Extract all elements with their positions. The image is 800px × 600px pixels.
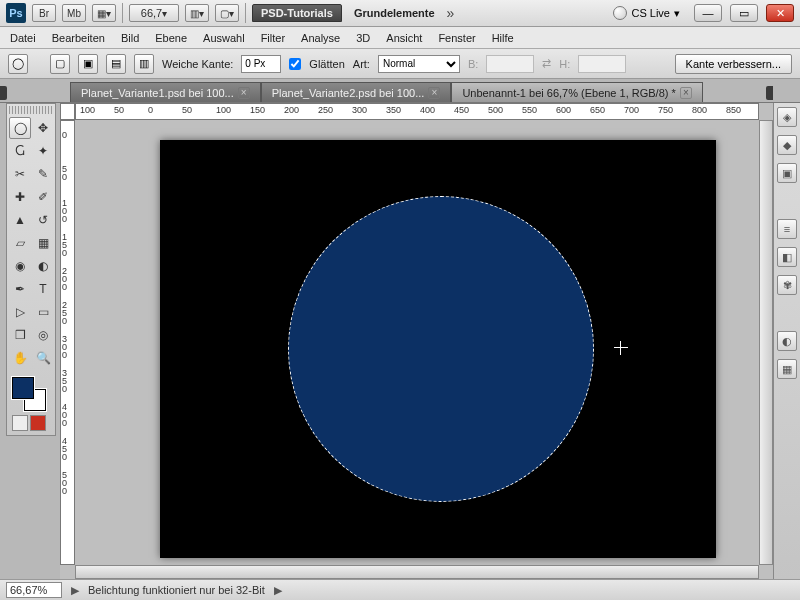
masks-panel-icon[interactable]: ◧ — [777, 247, 797, 267]
type-tool[interactable]: T — [32, 278, 54, 300]
shape-tool[interactable]: ▭ — [32, 301, 54, 323]
close-icon[interactable]: × — [680, 87, 692, 99]
bridge-button[interactable]: Br — [32, 4, 56, 22]
paths-panel-icon[interactable]: ▣ — [777, 163, 797, 183]
maximize-button[interactable]: ▭ — [730, 4, 758, 22]
3d-tool[interactable]: ❒ — [9, 324, 31, 346]
menu-auswahl[interactable]: Auswahl — [203, 32, 245, 44]
menu-bild[interactable]: Bild — [121, 32, 139, 44]
gradient-tool[interactable]: ▦ — [32, 232, 54, 254]
right-dock: ◈ ◆ ▣ ≡ ◧ ✾ ◐ ▦ — [773, 103, 800, 579]
document-tabs: Planet_Variante1.psd bei 100...× Planet_… — [0, 79, 800, 103]
cslive-button[interactable]: CS Live ▾ — [613, 6, 680, 20]
menu-analyse[interactable]: Analyse — [301, 32, 340, 44]
zoom-value: 66,7 — [141, 7, 162, 19]
3d-camera-tool[interactable]: ◎ — [32, 324, 54, 346]
screenmode-button[interactable]: ▢▾ — [215, 4, 239, 22]
style-select[interactable]: Normal — [378, 55, 460, 73]
horizontal-scrollbar[interactable] — [75, 565, 759, 579]
zoom-tool[interactable]: 🔍 — [32, 347, 54, 369]
hand-tool[interactable]: ✋ — [9, 347, 31, 369]
minimize-button[interactable]: — — [694, 4, 722, 22]
menu-bearbeiten[interactable]: Bearbeiten — [52, 32, 105, 44]
brush-tool[interactable]: ✐ — [32, 186, 54, 208]
quickmask-row — [9, 413, 54, 433]
zoom-field[interactable]: 66,67% — [6, 582, 62, 598]
close-button[interactable]: ✕ — [766, 4, 794, 22]
antialias-checkbox[interactable] — [289, 58, 301, 70]
arrange-button[interactable]: ▥▾ — [185, 4, 209, 22]
stamp-tool[interactable]: ▲ — [9, 209, 31, 231]
menu-3d[interactable]: 3D — [356, 32, 370, 44]
height-field — [578, 55, 626, 73]
canvas[interactable] — [160, 140, 716, 558]
color-swatches[interactable] — [9, 374, 54, 412]
vertical-ruler[interactable]: 050100150200250300350400450500 — [60, 120, 75, 565]
feather-input[interactable] — [241, 55, 281, 73]
cslive-icon — [613, 6, 627, 20]
styles-panel-icon[interactable]: ✾ — [777, 275, 797, 295]
tool-preset-icon[interactable]: ◯ — [8, 54, 28, 74]
arrow-right-icon[interactable]: ▶ — [271, 584, 285, 597]
selection-ellipse[interactable] — [288, 196, 594, 502]
menu-bar: Datei Bearbeiten Bild Ebene Auswahl Filt… — [0, 27, 800, 49]
selection-subtract-icon[interactable]: ▤ — [106, 54, 126, 74]
move-tool[interactable]: ✥ — [32, 117, 54, 139]
selection-intersect-icon[interactable]: ▥ — [134, 54, 154, 74]
doc-tab-2[interactable]: Planet_Variante2.psd bei 100...× — [261, 82, 452, 102]
height-label: H: — [559, 58, 570, 70]
layers-panel-icon[interactable]: ◈ — [777, 107, 797, 127]
blur-tool[interactable]: ◉ — [9, 255, 31, 277]
ruler-corner[interactable] — [60, 103, 75, 120]
doc-tab-1[interactable]: Planet_Variante1.psd bei 100...× — [70, 82, 261, 102]
style-label: Art: — [353, 58, 370, 70]
pen-tool[interactable]: ✒ — [9, 278, 31, 300]
menu-fenster[interactable]: Fenster — [438, 32, 475, 44]
chevron-right-icon[interactable]: » — [447, 5, 455, 21]
close-icon[interactable]: × — [428, 87, 440, 99]
selection-new-icon[interactable]: ▢ — [50, 54, 70, 74]
swatches-panel-icon[interactable]: ▦ — [777, 359, 797, 379]
menu-hilfe[interactable]: Hilfe — [492, 32, 514, 44]
history-brush-tool[interactable]: ↺ — [32, 209, 54, 231]
adjustments-panel-icon[interactable]: ≡ — [777, 219, 797, 239]
channels-panel-icon[interactable]: ◆ — [777, 135, 797, 155]
dodge-tool[interactable]: ◐ — [32, 255, 54, 277]
minibridge-button[interactable]: Mb — [62, 4, 86, 22]
eraser-tool[interactable]: ▱ — [9, 232, 31, 254]
zoom-combo[interactable]: 66,7 ▾ — [129, 4, 179, 22]
ps-logo: Ps — [6, 3, 26, 23]
canvas-viewport[interactable] — [75, 120, 759, 565]
crop-tool[interactable]: ✂ — [9, 163, 31, 185]
menu-ebene[interactable]: Ebene — [155, 32, 187, 44]
foreground-swatch[interactable] — [12, 377, 34, 399]
quickmask-mode-icon[interactable] — [30, 415, 46, 431]
menu-ansicht[interactable]: Ansicht — [386, 32, 422, 44]
eyedropper-tool[interactable]: ✎ — [32, 163, 54, 185]
separator — [245, 3, 246, 23]
selection-add-icon[interactable]: ▣ — [78, 54, 98, 74]
refine-edge-button[interactable]: Kante verbessern... — [675, 54, 792, 74]
menu-datei[interactable]: Datei — [10, 32, 36, 44]
close-icon[interactable]: × — [238, 87, 250, 99]
healing-tool[interactable]: ✚ — [9, 186, 31, 208]
workspace-tab-psd[interactable]: PSD-Tutorials — [252, 4, 342, 22]
standard-mode-icon[interactable] — [12, 415, 28, 431]
workspace-name[interactable]: Grundelemente — [348, 7, 441, 19]
horizontal-ruler[interactable]: 1005005010015020025030035040045050055060… — [75, 103, 759, 120]
width-label: B: — [468, 58, 478, 70]
collapse-handle-left[interactable] — [0, 86, 7, 100]
view-extras-button[interactable]: ▦▾ — [92, 4, 116, 22]
vertical-scrollbar[interactable] — [759, 120, 773, 565]
magic-wand-tool[interactable]: ✦ — [32, 140, 54, 162]
color-panel-icon[interactable]: ◐ — [777, 331, 797, 351]
doc-tab-3[interactable]: Unbenannt-1 bei 66,7% (Ebene 1, RGB/8) *… — [451, 82, 702, 102]
menu-filter[interactable]: Filter — [261, 32, 285, 44]
lasso-tool[interactable]: Ⴚ — [9, 140, 31, 162]
collapse-handle-right[interactable] — [766, 86, 773, 100]
marquee-tool[interactable]: ◯ — [9, 117, 31, 139]
panel-grip[interactable] — [9, 106, 54, 114]
title-bar: Ps Br Mb ▦▾ 66,7 ▾ ▥▾ ▢▾ PSD-Tutorials G… — [0, 0, 800, 27]
path-select-tool[interactable]: ▷ — [9, 301, 31, 323]
arrow-right-icon[interactable]: ▶ — [68, 584, 82, 597]
